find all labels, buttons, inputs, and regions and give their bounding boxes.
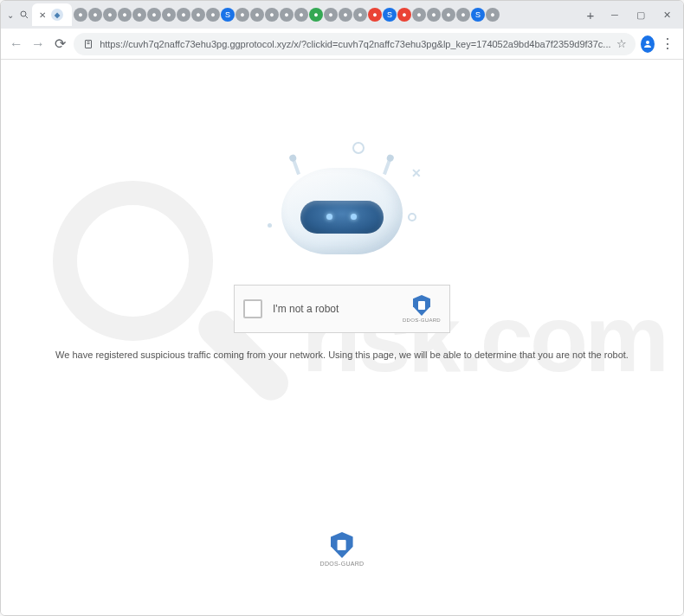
window-maximize-icon[interactable]: ▢ — [628, 4, 654, 25]
tab-favicon-icon[interactable]: ● — [74, 8, 87, 22]
captcha-checkbox[interactable] — [243, 299, 262, 318]
tab-favicon-icon[interactable]: ● — [397, 8, 411, 22]
site-info-icon[interactable] — [82, 38, 94, 50]
tab-favicon-icon[interactable]: ● — [309, 8, 323, 22]
shield-icon — [331, 532, 353, 558]
tab-favicon-icon[interactable]: ● — [280, 8, 294, 22]
nav-forward-icon[interactable]: → — [29, 34, 46, 55]
browser-window: ⌄ ✕ ◆ ● ● ● ● ● ● ● ● ● ● S ● ● ● ● ● — [0, 0, 684, 616]
tab-favicon-icon[interactable]: ● — [191, 8, 205, 22]
robot-illustration: ✕ — [255, 151, 429, 272]
page-content: risk.com ✕ I'm not a robot DDOS-GUARD — [1, 60, 683, 615]
nav-reload-icon[interactable]: ⟳ — [52, 34, 68, 55]
decoration-x-icon: ✕ — [411, 166, 422, 180]
nav-back-icon[interactable]: ← — [8, 34, 24, 55]
watermark-magnifier-icon — [53, 181, 213, 341]
decoration-dot-icon — [268, 223, 272, 228]
footer-brand-text: DDOS-GUARD — [320, 561, 365, 567]
tab-favicon-icon[interactable]: S — [383, 8, 397, 22]
tab-favicon-icon[interactable]: ● — [353, 8, 367, 22]
tab-favicon-icon[interactable]: ● — [412, 8, 426, 22]
tab-favicon-icon[interactable]: ● — [250, 8, 264, 22]
active-tab[interactable]: ✕ ◆ — [32, 3, 72, 26]
url-text: https://cuvh7q2naffc73ehu3pg.ggprotocol.… — [100, 39, 610, 49]
footer-brand: DDOS-GUARD — [320, 532, 365, 567]
tab-favicon-icon[interactable]: ● — [456, 8, 470, 22]
shield-icon — [413, 295, 430, 316]
captcha-widget: I'm not a robot DDOS-GUARD — [234, 285, 450, 333]
window-controls: ─ ▢ ✕ — [602, 4, 680, 25]
tab-favicon-icon[interactable]: ● — [339, 8, 352, 22]
tab-favicon-icon[interactable]: ● — [162, 8, 176, 22]
tab-favicon-icon[interactable]: ● — [206, 8, 220, 22]
tab-list-dropdown-icon[interactable]: ⌄ — [4, 7, 16, 22]
tab-favicon-icon[interactable]: ● — [236, 8, 249, 22]
tab-favicon-icon[interactable]: ● — [118, 8, 132, 22]
tab-favicon-icon[interactable]: ● — [88, 8, 102, 22]
tab-favicon-icon[interactable]: S — [471, 8, 485, 22]
tab-favicon-icon[interactable]: S — [221, 8, 235, 22]
tab-favicon-icon[interactable]: ● — [442, 8, 455, 22]
browser-menu-icon[interactable]: ⋮ — [660, 34, 676, 55]
tab-strip: ⌄ ✕ ◆ ● ● ● ● ● ● ● ● ● ● S ● ● ● ● ● — [1, 1, 683, 29]
tab-favicon-icon[interactable]: ● — [103, 8, 117, 22]
tab-favicon-icon[interactable]: ● — [177, 8, 190, 22]
window-close-icon[interactable]: ✕ — [654, 4, 680, 25]
browser-toolbar: ← → ⟳ https://cuvh7q2naffc73ehu3pg.ggpro… — [1, 29, 683, 60]
decoration-circle-icon — [352, 142, 365, 154]
suspicious-traffic-message: We have registered suspicious traffic co… — [1, 350, 683, 360]
captcha-brand: DDOS-GUARD — [403, 295, 441, 323]
robot-antenna-icon — [292, 159, 300, 175]
tab-list-controls: ⌄ — [4, 7, 30, 22]
decoration-circle-icon — [408, 213, 416, 221]
tab-favicon-icon[interactable]: ● — [294, 8, 308, 22]
svg-point-0 — [21, 11, 26, 16]
tab-favicon-icon[interactable]: ● — [486, 8, 500, 22]
svg-point-5 — [646, 41, 649, 44]
new-tab-button[interactable]: + — [581, 8, 600, 22]
background-tabs: ● ● ● ● ● ● ● ● ● ● S ● ● ● ● ● ● ● ● ● … — [74, 8, 579, 22]
tab-favicon-icon[interactable]: ● — [368, 8, 382, 22]
tab-favicon-icon[interactable]: ● — [147, 8, 161, 22]
robot-eye-icon — [326, 214, 332, 220]
tab-close-icon[interactable]: ✕ — [37, 10, 48, 20]
tab-favicon-icon[interactable]: ● — [427, 8, 441, 22]
tab-search-icon[interactable] — [18, 7, 30, 22]
captcha-label: I'm not a robot — [273, 303, 392, 315]
window-minimize-icon[interactable]: ─ — [602, 4, 628, 25]
captcha-brand-text: DDOS-GUARD — [403, 318, 441, 323]
robot-eye-icon — [351, 214, 357, 220]
profile-avatar-icon[interactable] — [641, 35, 655, 53]
tab-favicon-icon: ◆ — [51, 9, 63, 21]
tab-favicon-icon[interactable]: ● — [324, 8, 338, 22]
robot-antenna-icon — [383, 159, 391, 175]
address-bar[interactable]: https://cuvh7q2naffc73ehu3pg.ggprotocol.… — [74, 33, 635, 55]
robot-visor-icon — [300, 201, 384, 234]
tab-favicon-icon[interactable]: ● — [265, 8, 279, 22]
svg-line-1 — [26, 16, 29, 19]
tab-favicon-icon[interactable]: ● — [132, 8, 146, 22]
bookmark-star-icon[interactable]: ☆ — [616, 37, 627, 50]
